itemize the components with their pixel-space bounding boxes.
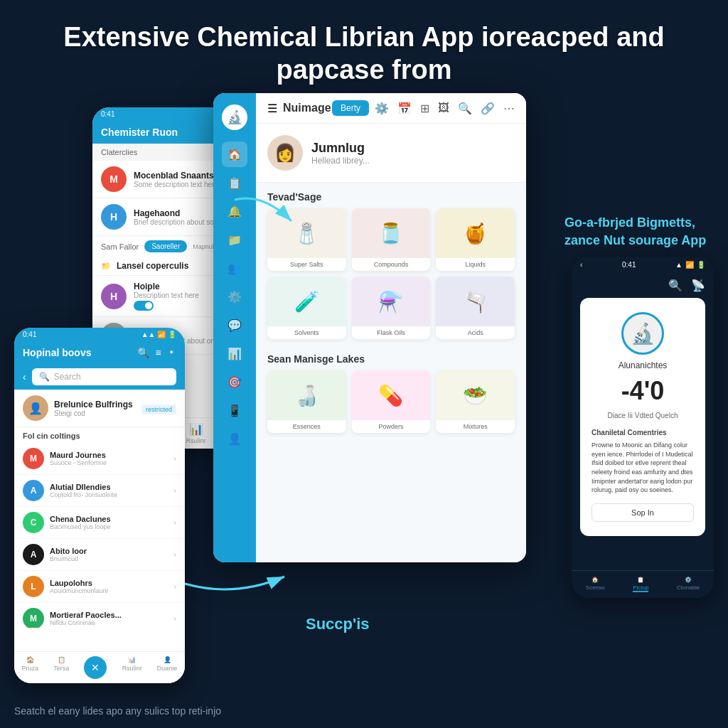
nav-ctonable[interactable]: ⚙️ Ctonable (677, 577, 700, 592)
nav-home[interactable]: 🏠 Pruza (22, 656, 39, 679)
phone-right-main: 🔬 Alunanichtes -4'0 Diace Iii Vdted Quel… (580, 298, 705, 536)
hamburger-menu[interactable]: ☰ Nuimage (267, 102, 331, 115)
signin-button[interactable]: Sop In (592, 503, 694, 522)
avatar: H (101, 284, 127, 309)
grid-item-image: 🍯 (436, 208, 515, 258)
grid-item[interactable]: 💊 Powders (352, 370, 431, 433)
nav-scenso[interactable]: 🏠 Scenso (586, 577, 605, 592)
grid-item-label: Acids (436, 326, 515, 339)
grid-item[interactable]: 🥗 Mixtures (436, 370, 515, 433)
grid-icon[interactable]: ⊞ (420, 102, 429, 115)
nav-list[interactable]: 📋 Tersa (53, 656, 69, 679)
sam-fallor-label: Sam Fallor (101, 242, 139, 251)
main-content: FLLW NYY Go-a-fbrjed Bigmetts, zance Nut… (0, 100, 728, 705)
close-icon: ✕ (91, 662, 100, 673)
search-icon[interactable]: 🔍 (668, 279, 682, 292)
item-desc: Bacimused yus loope (50, 523, 168, 530)
phone-right-header: 🔍 📡 (572, 273, 714, 298)
sidebar-chat[interactable]: 💬 (222, 312, 247, 338)
nav-chart[interactable]: 📊 Rsulinr (122, 656, 142, 679)
footer-text: Seatch el eany lides apo any sulics top … (14, 705, 221, 717)
sidebar-settings[interactable]: ⚙️ (222, 284, 247, 309)
nav-user[interactable]: 👤 Duanie (157, 656, 178, 679)
wifi-icon: 📶 (685, 261, 694, 269)
back-icon[interactable]: ‹ (580, 261, 582, 269)
grid-item-image: 🥗 (436, 370, 515, 420)
list-item[interactable]: A Abito loor Bnuimcud › (14, 539, 185, 571)
item-label: 📁 (101, 262, 111, 271)
sidebar-person[interactable]: 👤 (222, 426, 247, 451)
grid-item-label: Super Salts (267, 258, 346, 271)
back-icon[interactable]: ‹ (23, 371, 26, 382)
grid-item[interactable]: ⚗️ Flask Oils (352, 277, 431, 339)
grid-item[interactable]: 🧪 Solvents (267, 277, 346, 339)
list-item[interactable]: M Maurd Journes Suuoce - Senfornne › (14, 443, 185, 475)
profile-info: Jumnlug Hellead librey... (311, 141, 370, 166)
sidebar-target[interactable]: 🎯 (222, 369, 247, 395)
item-text: Alutial Dllendies Coptoid fro- Jonsuolin… (50, 483, 168, 498)
list-item[interactable]: L Laupolohrs Aouiomuncmunlaunr › (14, 571, 185, 603)
phone-bottom-header-icons: 🔍 ≡ ● (137, 347, 176, 358)
top-bar-icons: ⚙️ 📅 ⊞ 🖼 🔍 🔗 ⋯ (375, 102, 515, 115)
sidebar-mobile[interactable]: 📱 (222, 397, 247, 423)
grid-item-label: Flask Oils (352, 326, 431, 339)
nav-label: Rsulinr (122, 665, 142, 672)
nav-rsulinr[interactable]: 📊 Rsulinr (186, 422, 206, 444)
phone-right-name: Alunanichtes (592, 360, 694, 370)
item-text: Mortieraf Paocles... Nifldu Corininae (50, 611, 168, 626)
share-icon[interactable]: 🔗 (481, 102, 495, 115)
avatar: A (23, 544, 44, 565)
grid-item-image: 🫗 (436, 277, 515, 326)
tablet-top-bar: ☰ Nuimage Berty ⚙️ 📅 ⊞ 🖼 🔍 🔗 ⋯ (256, 93, 526, 124)
phone-right-status: ‹ 0:41 ▲ 📶 🔋 (572, 257, 714, 273)
grid-item-image: 💊 (352, 370, 431, 420)
nav-pictup[interactable]: 📋 Pictup (633, 577, 648, 592)
search-icon[interactable]: 🔍 (458, 102, 472, 115)
item-desc: Nifldu Corininae (50, 619, 168, 626)
chart-icon: 📊 (189, 422, 203, 436)
grid-item-image: 🫙 (352, 208, 431, 258)
list-item[interactable]: M Mortieraf Paocles... Nifldu Corininae … (14, 603, 185, 628)
list-item[interactable]: C Chena Daclunes Bacimused yus loope › (14, 507, 185, 539)
grid-section2: 🧪 Solvents ⚗️ Flask Oils 🫗 Acids (256, 277, 526, 345)
grid-item[interactable]: 🍶 Essences (267, 370, 346, 433)
grid-item-label: Solvents (267, 326, 346, 339)
status-time: 0:41 (101, 110, 114, 118)
sidebar-home[interactable]: 🏠 (222, 141, 247, 167)
item-text: Abito loor Bnuimcud (50, 547, 168, 562)
avatar: M (23, 608, 44, 628)
search-icon-inner: 🔍 (39, 372, 50, 382)
toggle-switch[interactable]: ● (167, 347, 176, 358)
badge-text: restricted (141, 405, 176, 414)
contacts-list: M Maurd Journes Suuoce - Senfornne › A A… (14, 443, 185, 628)
grid-item[interactable]: 🍯 Liquids (436, 208, 515, 271)
user-avatar: 👤 (23, 395, 48, 421)
item-arrow: › (173, 518, 176, 528)
more-icon[interactable]: ⋯ (503, 102, 515, 115)
item-desc: Bnuimcud (50, 555, 168, 562)
gear-icon[interactable]: ⚙️ (375, 102, 389, 115)
grid-item[interactable]: 🫙 Compounds (352, 208, 431, 271)
calendar-icon[interactable]: 📅 (397, 102, 412, 115)
search-bar-area: ‹ 🔍 Search (14, 364, 185, 390)
nav-close[interactable]: ✕ (84, 656, 107, 679)
tablet-main-content: ☰ Nuimage Berty ⚙️ 📅 ⊞ 🖼 🔍 🔗 ⋯ (256, 93, 526, 562)
item-name: Mortieraf Paocles... (50, 611, 168, 619)
sidebar-users[interactable]: 👥 (222, 255, 247, 281)
settings-icon: ⚙️ (685, 577, 692, 583)
search-input-container[interactable]: 🔍 Search (32, 368, 176, 385)
home-icon: 🏠 (26, 656, 34, 663)
search-icon[interactable]: 🔍 (137, 347, 149, 358)
wifi-icon[interactable]: 📡 (691, 279, 705, 292)
sidebar-chart[interactable]: 📊 (222, 341, 247, 366)
filter-icon[interactable]: ≡ (155, 347, 161, 358)
nav-label: Duanie (157, 665, 178, 672)
grid-item[interactable]: 🫗 Acids (436, 277, 515, 339)
item-name: Abito loor (50, 547, 168, 555)
status-time: 0:41 (622, 261, 636, 269)
image-icon[interactable]: 🖼 (438, 102, 449, 115)
subscribe-button[interactable]: Saoreller (144, 240, 187, 252)
list-item[interactable]: A Alutial Dllendies Coptoid fro- Jonsuol… (14, 475, 185, 507)
grid-item-label: Liquids (436, 258, 515, 271)
top-bar-button[interactable]: Berty (332, 100, 369, 116)
